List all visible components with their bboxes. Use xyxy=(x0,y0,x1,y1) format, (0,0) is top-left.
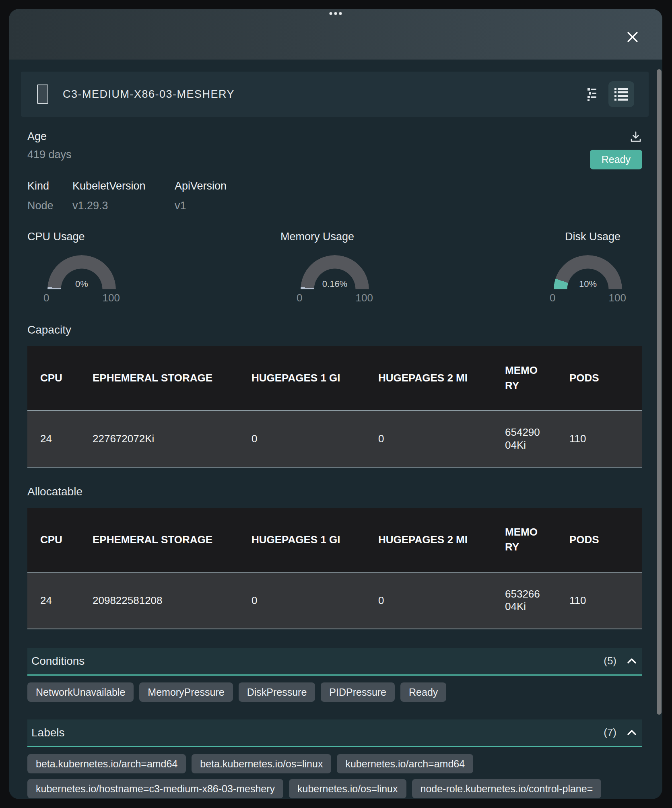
table-cell: 0 xyxy=(239,572,365,629)
memory-usage-value: 0.16% xyxy=(301,279,369,289)
labels-count: (7) xyxy=(604,726,616,739)
label-chip[interactable]: kubernetes.io/hostname=c3-medium-x86-03-… xyxy=(27,779,283,798)
kind-label: Kind xyxy=(27,180,72,192)
condition-chip[interactable]: Ready xyxy=(400,682,446,702)
disk-usage-value: 10% xyxy=(554,279,622,289)
node-title-card: C3-MEDIUM-X86-03-MESHERY xyxy=(21,72,649,117)
column-header: PODS xyxy=(557,508,642,572)
column-header: HUGEPAGES 1 GI xyxy=(239,346,365,410)
conditions-section-header[interactable]: Conditions (5) xyxy=(27,648,642,676)
cpu-gauge-min: 0 xyxy=(43,292,49,304)
column-header: HUGEPAGES 1 GI xyxy=(239,508,365,572)
disk-usage-gauge: Disk Usage 10% 0 100 xyxy=(534,231,642,304)
column-header: CPU xyxy=(27,346,80,410)
label-chip[interactable]: kubernetes.io/arch=amd64 xyxy=(337,754,473,773)
age-label: Age xyxy=(27,130,72,143)
label-chip[interactable]: beta.kubernetes.io/os=linux xyxy=(192,754,331,773)
column-header: MEMORY xyxy=(492,508,557,572)
column-header: EPHEMERAL STORAGE xyxy=(80,346,239,410)
drag-handle-icon[interactable] xyxy=(330,12,342,15)
download-icon xyxy=(629,130,642,143)
compact-view-button[interactable] xyxy=(586,87,598,101)
table-cell: 24 xyxy=(27,410,80,467)
cpu-gauge-max: 100 xyxy=(103,292,120,304)
capacity-section-label: Capacity xyxy=(27,324,642,336)
cpu-usage-gauge: CPU Usage 0% 0 100 xyxy=(27,231,136,304)
cpu-usage-title: CPU Usage xyxy=(27,231,136,243)
table-cell: 0 xyxy=(365,572,492,629)
node-title: C3-MEDIUM-X86-03-MESHERY xyxy=(63,88,586,101)
table-cell: 110 xyxy=(557,572,642,629)
capacity-table: CPUEPHEMERAL STORAGEHUGEPAGES 1 GIHUGEPA… xyxy=(27,346,642,468)
column-header: MEMORY xyxy=(492,346,557,410)
label-chip[interactable]: beta.kubernetes.io/arch=amd64 xyxy=(27,754,186,773)
table-cell: 209822581208 xyxy=(80,572,239,629)
memory-gauge-max: 100 xyxy=(356,292,373,304)
age-field: Age 419 days xyxy=(27,130,72,169)
kind-value: Node xyxy=(27,200,72,212)
node-shape-icon[interactable] xyxy=(37,85,48,104)
table-cell: 110 xyxy=(557,410,642,467)
condition-chip[interactable]: NetworkUnavailable xyxy=(27,682,134,702)
modal-header xyxy=(9,9,662,60)
memory-usage-gauge: Memory Usage 0.16% 0 100 xyxy=(280,231,389,304)
disk-usage-title: Disk Usage xyxy=(565,231,642,243)
detail-list-icon xyxy=(614,87,629,101)
apiversion-value: v1 xyxy=(175,200,227,212)
status-badge[interactable]: Ready xyxy=(590,150,642,169)
detail-view-button[interactable] xyxy=(608,81,634,107)
compact-list-icon xyxy=(586,87,598,101)
table-row: 242098225812080065326604Ki110 xyxy=(27,572,642,629)
capacity-resource-table: CPUEPHEMERAL STORAGEHUGEPAGES 1 GIHUGEPA… xyxy=(27,346,642,468)
close-button[interactable] xyxy=(625,29,641,45)
disk-gauge-min: 0 xyxy=(550,292,555,304)
node-details-modal: C3-MEDIUM-X86-03-MESHERY xyxy=(9,9,662,799)
meta-fields: Kind Node KubeletVersion v1.29.3 ApiVers… xyxy=(27,180,642,212)
usage-gauges: CPU Usage 0% 0 100 Memory Usage xyxy=(27,231,642,304)
condition-chip[interactable]: MemoryPressure xyxy=(139,682,233,702)
column-header: CPU xyxy=(27,508,80,572)
modal-body: C3-MEDIUM-X86-03-MESHERY xyxy=(9,72,662,799)
download-button[interactable] xyxy=(629,130,642,143)
condition-chip[interactable]: DiskPressure xyxy=(239,682,315,702)
column-header: PODS xyxy=(557,346,642,410)
scrollbar-thumb[interactable] xyxy=(657,69,662,715)
labels-chips: beta.kubernetes.io/arch=amd64beta.kubern… xyxy=(27,754,642,800)
allocatable-table: CPUEPHEMERAL STORAGEHUGEPAGES 1 GIHUGEPA… xyxy=(27,508,642,629)
disk-gauge-max: 100 xyxy=(609,292,626,304)
conditions-chips: NetworkUnavailableMemoryPressureDiskPres… xyxy=(27,682,642,702)
column-header: HUGEPAGES 2 MI xyxy=(365,346,492,410)
allocatable-resource-table: CPUEPHEMERAL STORAGEHUGEPAGES 1 GIHUGEPA… xyxy=(27,508,642,629)
apiversion-label: ApiVersion xyxy=(175,180,227,192)
table-row: 24227672072Ki0065429004Ki110 xyxy=(27,410,642,467)
chevron-up-icon[interactable] xyxy=(627,658,637,664)
close-icon xyxy=(625,30,640,44)
chevron-up-icon[interactable] xyxy=(627,730,637,736)
table-cell: 0 xyxy=(239,410,365,467)
kubeletversion-value: v1.29.3 xyxy=(72,200,175,212)
table-cell: 0 xyxy=(365,410,492,467)
table-cell: 227672072Ki xyxy=(80,410,239,467)
allocatable-section-label: Allocatable xyxy=(27,485,642,498)
table-cell: 65326604Ki xyxy=(492,572,557,629)
condition-chip[interactable]: PIDPressure xyxy=(321,682,395,702)
kubeletversion-label: KubeletVersion xyxy=(72,180,175,192)
memory-gauge-min: 0 xyxy=(297,292,302,304)
label-chip[interactable]: node-role.kubernetes.io/control-plane= xyxy=(412,779,602,798)
conditions-section-label: Conditions xyxy=(31,655,604,668)
conditions-count: (5) xyxy=(604,655,616,667)
age-value: 419 days xyxy=(27,148,72,161)
table-cell: 24 xyxy=(27,572,80,629)
column-header: HUGEPAGES 2 MI xyxy=(365,508,492,572)
cpu-usage-value: 0% xyxy=(47,279,116,289)
labels-section-header[interactable]: Labels (7) xyxy=(27,719,642,747)
column-header: EPHEMERAL STORAGE xyxy=(80,508,239,572)
label-chip[interactable]: kubernetes.io/os=linux xyxy=(289,779,406,798)
labels-section-label: Labels xyxy=(31,726,604,739)
table-cell: 65429004Ki xyxy=(492,410,557,467)
memory-usage-title: Memory Usage xyxy=(280,231,354,243)
